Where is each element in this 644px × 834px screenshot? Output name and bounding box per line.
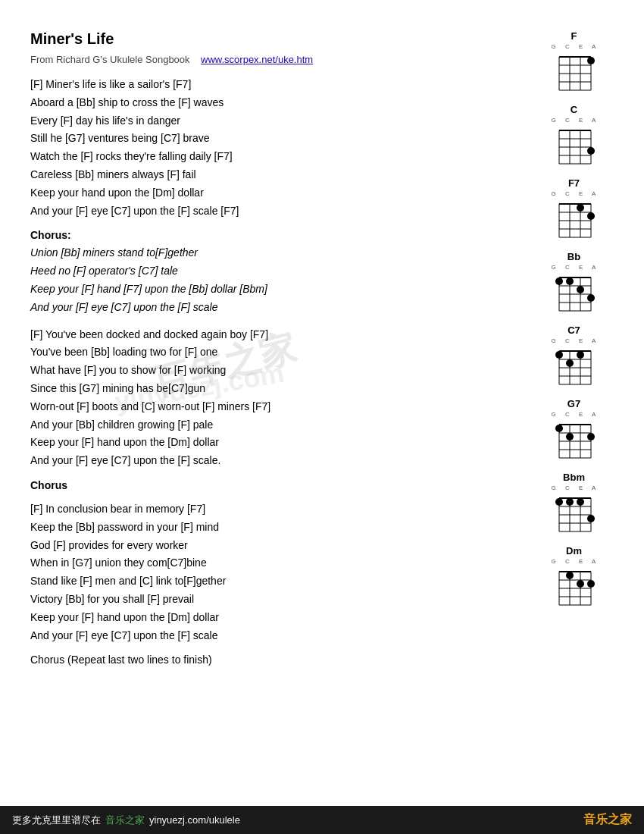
- lyric-line: And your [Bb] children growing [F] pale: [30, 416, 496, 434]
- lyric-line: You've been [Bb] loading two for [F] one: [30, 343, 496, 362]
- lyric-line: Keep your hand upon the [Dm] dollar: [30, 184, 496, 202]
- svg-point-66: [566, 433, 574, 441]
- chorus-line: Heed no [F] operator's [C7] tale: [30, 262, 496, 281]
- svg-point-55: [577, 351, 584, 359]
- chord-F: F G C E A: [549, 30, 600, 96]
- svg-point-30: [587, 212, 595, 220]
- footer-bar: 更多尤克里里谱尽在 音乐之家 yinyuezj.com/ukulele 音乐之家: [0, 806, 644, 834]
- svg-point-40: [555, 277, 563, 285]
- chord-name-F7: F7: [568, 177, 580, 189]
- lyric-line: God [F] provides for every worker: [30, 537, 496, 555]
- chord-grid-F7: [553, 198, 596, 243]
- footer-highlight: 音乐之家: [105, 814, 145, 827]
- svg-point-78: [566, 498, 574, 506]
- song-title: Miner's Life: [30, 30, 496, 48]
- svg-point-29: [577, 204, 584, 212]
- chord-Dm: Dm G C E A: [549, 545, 600, 611]
- lyric-line: Worn-out [F] boots and [C] worn-out [F] …: [30, 398, 496, 416]
- chord-C7: C7 G C E A: [549, 325, 600, 390]
- chord-C: C G C E A: [549, 104, 600, 170]
- svg-point-65: [555, 425, 563, 432]
- chorus3-label: Chorus (Repeat last two lines to finish): [30, 654, 496, 666]
- svg-point-54: [566, 359, 574, 367]
- svg-point-19: [587, 147, 595, 155]
- lyric-line: Aboard a [Bb] ship to cross the [F] wave…: [30, 94, 496, 112]
- source-line: From Richard G's Ukulele Songbook www.sc…: [30, 54, 496, 65]
- svg-point-80: [587, 515, 595, 522]
- svg-point-79: [577, 498, 584, 506]
- footer-text: 更多尤克里里谱尽在: [12, 814, 101, 827]
- lyric-line: [F] In conclusion bear in memory [F7]: [30, 500, 496, 519]
- lyric-line: [F] Miner's life is like a sailor's [F7]: [30, 76, 496, 94]
- verse1: [F] Miner's life is like a sailor's [F7]…: [30, 76, 496, 220]
- chord-grid-G7: [553, 419, 596, 464]
- chord-grid-C7: [553, 345, 596, 390]
- lyric-line: And your [F] eye [C7] upon the [F] scale: [30, 627, 496, 645]
- chord-Bb: Bb G C E A: [549, 251, 600, 317]
- lyric-line: Keep your [F] hand upon the [Dm] dollar: [30, 434, 496, 452]
- lyric-line: Careless [Bb] miners always [F] fail: [30, 166, 496, 184]
- lyric-line: And your [F] eye [C7] upon the [F] scale…: [30, 202, 496, 221]
- chorus2-label: Chorus: [30, 479, 496, 491]
- lyric-line: Keep the [Bb] password in your [F] mind: [30, 519, 496, 537]
- chord-Bbm: Bbm G C E A: [549, 472, 600, 538]
- chord-grid-F: [553, 51, 596, 96]
- lyric-line: Victory [Bb] for you shall [F] prevail: [30, 591, 496, 609]
- svg-point-41: [566, 277, 574, 285]
- lyric-line: Keep your [F] hand upon the [Dm] dollar: [30, 609, 496, 627]
- lyric-line: What have [F] you to show for [F] workin…: [30, 362, 496, 380]
- lyrics-section: Miner's Life From Richard G's Ukulele So…: [30, 30, 511, 669]
- chord-grid-Bbm: [553, 492, 596, 538]
- chord-name-Bb: Bb: [567, 251, 580, 262]
- chorus-line: Keep your [F] hand [F7] upon the [Bb] do…: [30, 281, 496, 299]
- lyric-line: Since this [G7] mining has be[C7]gun: [30, 380, 496, 398]
- lyric-line: Watch the [F] rocks they're falling dail…: [30, 148, 496, 166]
- svg-point-42: [577, 286, 584, 293]
- chords-column: F G C E A C G C E A: [511, 30, 629, 669]
- svg-point-53: [555, 351, 563, 359]
- svg-point-90: [566, 572, 574, 579]
- chord-G7: G7 G C E A: [549, 398, 600, 464]
- verse3: [F] In conclusion bear in memory [F7] Ke…: [30, 500, 496, 644]
- footer-url: yinyuezj.com/ukulele: [149, 814, 240, 826]
- chord-name-G7: G7: [567, 398, 580, 409]
- source-text: From Richard G's Ukulele Songbook: [30, 54, 190, 65]
- footer-logo: 音乐之家: [583, 812, 632, 828]
- chord-F7: F7 G C E A: [549, 177, 600, 243]
- chord-grid-C: [553, 124, 596, 170]
- verse2: [F] You've been docked and docked again …: [30, 326, 496, 470]
- chord-name-Dm: Dm: [566, 545, 582, 557]
- chord-name-C: C: [571, 104, 577, 115]
- svg-point-9: [587, 57, 595, 64]
- svg-point-77: [555, 498, 563, 506]
- chord-name-F: F: [571, 30, 577, 42]
- chorus1-label: Chorus:: [30, 229, 496, 241]
- chorus-line: And your [F] eye [C7] upon the [F] scale: [30, 299, 496, 317]
- chorus-line: Union [Bb] miners stand to[F]gether: [30, 244, 496, 262]
- svg-point-67: [587, 433, 595, 441]
- chord-name-C7: C7: [567, 325, 580, 336]
- lyric-line: Every [F] day his life's in danger: [30, 112, 496, 130]
- lyric-line: When in [G7] union they com[C7]bine: [30, 554, 496, 572]
- main-content: Miner's Life From Richard G's Ukulele So…: [0, 0, 644, 684]
- lyric-line: And your [F] eye [C7] upon the [F] scale…: [30, 452, 496, 470]
- svg-point-92: [587, 580, 595, 588]
- chord-grid-Dm: [553, 566, 596, 611]
- lyric-line: Still he [G7] ventures being [C7] brave: [30, 130, 496, 148]
- svg-point-43: [587, 294, 595, 302]
- chord-name-Bbm: Bbm: [563, 472, 585, 483]
- chord-grid-Bb: [553, 271, 596, 317]
- source-link[interactable]: www.scorpex.net/uke.htm: [201, 54, 313, 65]
- chorus1: Union [Bb] miners stand to[F]gether Heed…: [30, 244, 496, 316]
- lyric-line: [F] You've been docked and docked again …: [30, 326, 496, 344]
- svg-point-91: [577, 580, 584, 588]
- lyric-line: Stand like [F] men and [C] link to[F]get…: [30, 572, 496, 591]
